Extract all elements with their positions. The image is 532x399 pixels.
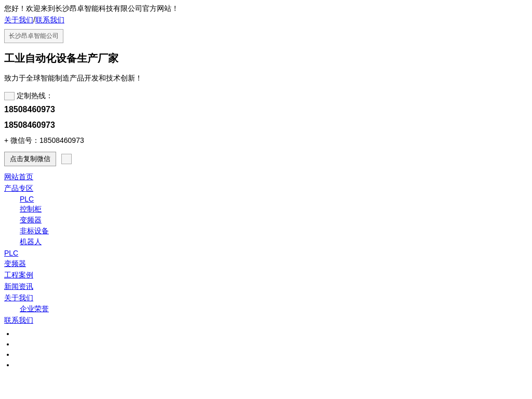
nav-link[interactable]: 工程案例 [4,271,33,279]
nav-link[interactable]: 关于我们 [4,294,33,302]
nav-sub-item: PLC [20,195,528,203]
bullet-item [15,340,528,348]
bullet-item [15,361,528,369]
wechat-info: + 微信号：18508460973 [4,136,528,145]
logo: 长沙昂卓智能公司 [4,29,528,51]
phone-number-1: 18508460973 [4,105,528,114]
phone-number-2: 18508460973 [4,121,528,130]
nav-link[interactable]: PLC [4,249,18,257]
copy-wechat-button[interactable]: 点击复制微信 [4,152,56,166]
navigation: 网站首页产品专区PLC控制柜变频器非标设备机器人PLC变频器工程案例新闻资讯关于… [4,172,528,325]
bullet-item [15,350,528,358]
nav-item: 网站首页 [4,172,528,182]
hotline-icon [4,92,15,100]
nav-submenu: 企业荣誉 [4,304,528,314]
nav-link[interactable]: 变频器 [4,259,26,268]
company-desc: 致力于全球智能制造产品开发和技术创新！ [4,74,528,83]
nav-item: 新闻资讯 [4,282,528,291]
nav-sub-item: 机器人 [20,237,528,247]
about-link[interactable]: 关于我们 [4,16,33,24]
nav-item: 产品专区PLC控制柜变频器非标设备机器人 [4,184,528,247]
nav-item: 联系我们 [4,316,528,325]
nav-sub-item: 控制柜 [20,205,528,214]
nav-link[interactable]: 新闻资讯 [4,282,33,290]
nav-sub-link[interactable]: 变频器 [20,216,42,224]
nav-sub-link[interactable]: 机器人 [20,237,42,246]
nav-link[interactable]: 联系我们 [4,316,33,324]
nav-submenu: PLC控制柜变频器非标设备机器人 [4,195,528,247]
nav-sub-item: 企业荣誉 [20,304,528,314]
nav-item: 关于我们企业荣誉 [4,294,528,314]
bullet-item [15,329,528,338]
nav-item: 工程案例 [4,271,528,280]
nav-item: 变频器 [4,259,528,269]
contact-link[interactable]: 联系我们 [35,16,64,24]
greeting-text: 您好！欢迎来到长沙昂卓智能科技有限公司官方网站！ [4,4,528,14]
nav-item: PLC [4,249,528,257]
nav-link[interactable]: 网站首页 [4,172,33,181]
nav-sub-link[interactable]: 非标设备 [20,227,49,235]
nav-sub-link[interactable]: 企业荣誉 [20,304,49,313]
nav-sub-item: 变频器 [20,216,528,225]
top-links: 关于我们/联系我们 [4,16,528,25]
hotline-label: 定制热线： [4,91,528,101]
bullet-list [4,329,528,369]
wechat-qr-icon [61,154,72,164]
company-title: 工业自动化设备生产厂家 [4,51,528,65]
wechat-copy-row: 点击复制微信 [4,152,528,166]
nav-sub-link[interactable]: 控制柜 [20,205,42,213]
nav-sub-item: 非标设备 [20,227,528,236]
nav-sub-link[interactable]: PLC [20,195,34,203]
logo-image: 长沙昂卓智能公司 [4,29,63,43]
nav-link[interactable]: 产品专区 [4,184,33,192]
hotline-label-text: 定制热线： [17,91,53,101]
